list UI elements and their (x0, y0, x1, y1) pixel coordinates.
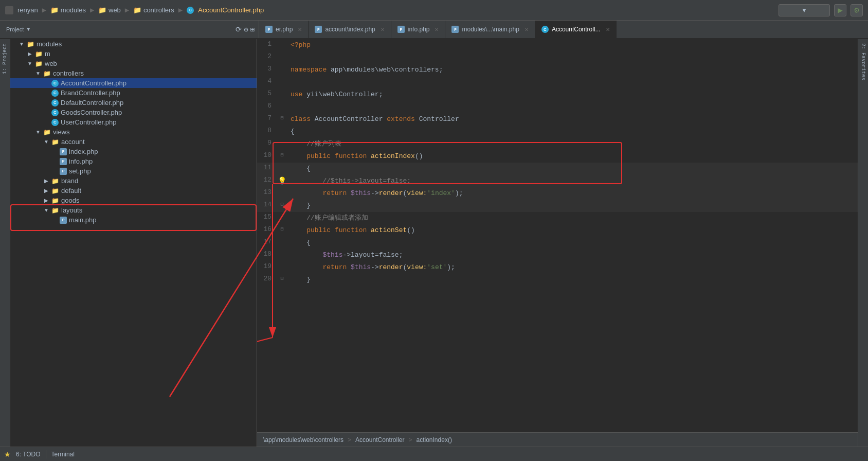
line-num-11: 11 (257, 163, 278, 175)
line-code-1: <?php (286, 39, 858, 51)
tab-php-icon-2: P (315, 26, 322, 33)
tree-index-php[interactable]: P index.php (10, 147, 257, 156)
line-code-9: //账户列表 (286, 138, 858, 150)
tree-main-php[interactable]: P main.php (10, 215, 257, 225)
code-line-16: 16 ⊟ public function actionSet() (257, 224, 858, 237)
code-line-2: 2 (257, 51, 858, 64)
line-code-11: { (286, 163, 858, 175)
bottombar: ★ 6: TODO Terminal (0, 447, 868, 461)
app-icon (5, 6, 13, 14)
breadcrumb-file: AccountController.php (198, 6, 264, 14)
c-icon-brand-controller: C (51, 90, 59, 97)
dropdown-btn[interactable]: ▼ (779, 4, 830, 16)
tree-layouts[interactable]: ▼ 📁 layouts (10, 205, 257, 215)
tab-close-3[interactable]: ✕ (435, 27, 439, 32)
line-code-15: //账户编辑或者添加 (286, 212, 858, 224)
label-default-controller: DefaultController.php (61, 99, 123, 107)
statusbar-class: AccountController (355, 436, 404, 444)
breadcrumb-web: 📁 web (98, 6, 120, 14)
tree-goods-controller[interactable]: C GoodsController.php (10, 108, 257, 117)
sidebar-tool-sync[interactable]: ⟳ (236, 25, 242, 34)
tab-label-3: info.php (408, 26, 430, 33)
label-account: account (61, 138, 85, 146)
label-main-php: main.php (69, 216, 96, 224)
arrow-default: ▶ (43, 188, 49, 193)
tab-close-4[interactable]: ✕ (525, 27, 529, 32)
code-container[interactable]: 1 <?php 2 3 namespace app\modules (257, 39, 858, 432)
tree-default-controller[interactable]: C DefaultController.php (10, 98, 257, 108)
star-icon: ★ (4, 450, 11, 458)
main-area: 1: Project ▼ 📁 modules ▶ 📁 m ▼ 📁 web ▼ 📁… (0, 39, 868, 447)
label-brand-controller: BrandController.php (61, 89, 120, 97)
gutter-18 (278, 249, 286, 261)
run-button[interactable]: ▶ (834, 4, 846, 16)
code-line-12: 12 💡 //$this->layout=false; (257, 175, 858, 187)
tab-account-index[interactable]: P account\index.php ✕ (309, 21, 391, 38)
sidebar-tool-cog[interactable]: ⚙ (244, 25, 248, 34)
tab-main-php[interactable]: P modules\...\main.php ✕ (445, 21, 535, 38)
tree-set-php[interactable]: P set.php (10, 166, 257, 176)
line-code-10: public function actionIndex() (286, 150, 858, 163)
folder-icon-controllers: 📁 (43, 70, 51, 77)
label-web: web (45, 60, 57, 67)
label-index-php: index.php (69, 148, 98, 155)
tab-close-1[interactable]: ✕ (298, 27, 302, 32)
arrow-layouts: ▼ (43, 207, 49, 213)
breadcrumb-sep1: ▶ (42, 6, 46, 14)
editor-area: 1 <?php 2 3 namespace app\modules (257, 39, 858, 447)
line-num-9: 9 (257, 138, 278, 150)
tab-er-php[interactable]: P er.php ✕ (259, 21, 309, 38)
tree-account-controller[interactable]: C AccountController.php (10, 78, 257, 88)
terminal-label[interactable]: Terminal (51, 451, 75, 458)
gutter-20: ⊟ (278, 274, 286, 286)
line-code-6 (286, 101, 858, 113)
label-goods-controller: GoodsController.php (61, 109, 122, 116)
tab-close-5[interactable]: ✕ (606, 27, 610, 32)
statusbar-breadcrumb: \app\modules\web\controllers (263, 436, 343, 444)
folder-icon-account: 📁 (51, 138, 59, 146)
tree-goods[interactable]: ▶ 📁 goods (10, 196, 257, 205)
gutter-10: ⊟ (278, 150, 286, 163)
line-code-13: return $this->render(view:'index'); (286, 187, 858, 200)
code-line-13: 13 return $this->render(view:'index'); (257, 187, 858, 200)
tree-brand-controller[interactable]: C BrandController.php (10, 88, 257, 98)
tab-close-2[interactable]: ✕ (381, 27, 385, 32)
bulb-icon[interactable]: 💡 (278, 177, 286, 185)
tab-account-controller[interactable]: C AccountControll... ✕ (535, 21, 617, 38)
todo-label[interactable]: 6: TODO (16, 451, 41, 458)
gutter-7: ⊟ (278, 113, 286, 126)
line-code-16: public function actionSet() (286, 224, 858, 237)
folder-icon-brand: 📁 (51, 178, 59, 185)
tree-modules[interactable]: ▼ 📁 modules (10, 39, 257, 49)
line-code-3: namespace app\modules\web\controllers; (286, 64, 858, 76)
tree-info-php[interactable]: P info.php (10, 156, 257, 166)
line-num-3: 3 (257, 64, 278, 76)
tree-m[interactable]: ▶ 📁 m (10, 49, 257, 59)
tree-default[interactable]: ▶ 📁 default (10, 186, 257, 196)
tree-views[interactable]: ▼ 📁 views (10, 127, 257, 137)
strip-project[interactable]: 1: Project (1, 41, 9, 76)
tree-user-controller[interactable]: C UserController.php (10, 117, 257, 127)
php-icon-main: P (60, 217, 67, 224)
settings-button[interactable]: ⚙ (851, 4, 863, 16)
sidebar: ▼ 📁 modules ▶ 📁 m ▼ 📁 web ▼ 📁 controller… (10, 39, 257, 447)
gutter-1 (278, 39, 286, 51)
sidebar-tool-expand[interactable]: ⊞ (250, 25, 255, 34)
tree-web[interactable]: ▼ 📁 web (10, 59, 257, 68)
tab-info-php[interactable]: P info.php ✕ (391, 21, 446, 38)
label-goods: goods (61, 197, 79, 204)
gutter-19 (278, 261, 286, 274)
line-code-4 (286, 76, 858, 88)
tab-label-1: er.php (276, 26, 293, 33)
strip-favorites[interactable]: 2: Favorites (859, 39, 867, 84)
tree-brand[interactable]: ▶ 📁 brand (10, 176, 257, 186)
tree-account[interactable]: ▼ 📁 account (10, 137, 257, 147)
tabbar: Project ▼ ⟳ ⚙ ⊞ P er.php ✕ P account\ind… (0, 21, 868, 39)
code-line-5: 5 use yii\web\Controller; (257, 88, 858, 101)
c-icon-account-controller: C (51, 80, 59, 87)
code-table: 1 <?php 2 3 namespace app\modules (257, 39, 858, 286)
line-num-19: 19 (257, 261, 278, 274)
label-m: m (45, 50, 50, 58)
project-dropdown[interactable]: ▼ (27, 27, 30, 32)
tree-controllers[interactable]: ▼ 📁 controllers (10, 68, 257, 78)
